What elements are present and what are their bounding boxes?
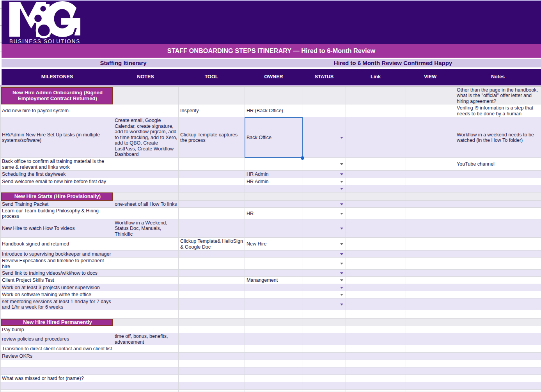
svg-text:BUSINESS SOLUTIONS: BUSINESS SOLUTIONS	[9, 38, 80, 44]
